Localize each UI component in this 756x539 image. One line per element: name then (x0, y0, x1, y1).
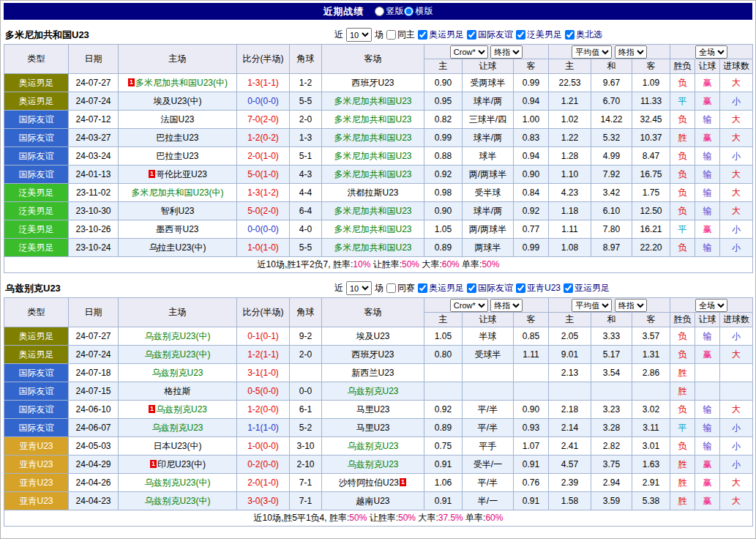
score-cell[interactable]: 5-0(2-0) (237, 202, 290, 220)
score-cell[interactable]: 0-0(0-0) (237, 220, 290, 239)
league-filter-input[interactable] (418, 30, 427, 40)
score-cell[interactable]: 3-1(1-0) (237, 364, 290, 382)
same-filter-input[interactable] (386, 30, 396, 40)
odds-time-select[interactable]: 终指 (490, 299, 523, 312)
team-link[interactable]: 乌兹别克U23(中) (144, 477, 210, 488)
score-cell[interactable]: 1-0(1-0) (237, 239, 290, 257)
team-link[interactable]: 乌兹别克U23(中) (144, 331, 210, 341)
team-link[interactable]: 多米尼加共和国U23 (334, 114, 411, 124)
score-cell[interactable]: 1-2(0-2) (237, 129, 290, 147)
score-cell[interactable]: 1-1(1-0) (237, 419, 290, 437)
score-cell[interactable]: 1-3(1-1) (237, 74, 290, 92)
scope-select[interactable]: 全场 (695, 45, 727, 59)
league-filter-checkbox[interactable]: 国际友谊 (467, 282, 513, 294)
team-link[interactable]: 多米尼加共和国U23(中) (135, 78, 228, 88)
team-link[interactable]: 墨西哥U23 (156, 224, 198, 234)
odds-home-cell: 0.91 (424, 492, 463, 510)
team-link[interactable]: 埃及U23(中) (153, 96, 201, 106)
same-filter-checkbox[interactable]: 同主 (386, 29, 415, 41)
team-link[interactable]: 巴拉圭U23 (156, 151, 198, 161)
team-link[interactable]: 洪都拉斯U23 (347, 187, 398, 198)
team-link[interactable]: 法国U23 (160, 114, 194, 124)
team-link[interactable]: 智利U23 (160, 206, 194, 216)
team-link[interactable]: 越南U23 (356, 496, 389, 506)
league-filter-checkbox[interactable]: 亚青U23 (516, 282, 561, 294)
same-filter-checkbox[interactable]: 同赛 (386, 282, 415, 294)
league-filter-checkbox[interactable]: 奥运男足 (418, 29, 464, 41)
layout-radio-input[interactable] (375, 7, 384, 16)
score-cell[interactable]: 0-5(0-0) (237, 382, 290, 401)
score-cell[interactable]: 1-0(0-0) (237, 437, 290, 456)
team-link[interactable]: 乌兹别克U23 (347, 441, 398, 451)
team-link[interactable]: 多米尼加共和国U23 (334, 151, 411, 161)
team-link[interactable]: 哥伦比亚U23 (156, 169, 207, 179)
avg-source-select[interactable]: 平均值 (572, 45, 612, 59)
score-cell[interactable]: 2-0(1-0) (237, 147, 290, 166)
league-filter-input[interactable] (516, 283, 525, 293)
avg-source-select[interactable]: 平均值 (572, 299, 612, 312)
score-cell[interactable]: 0-2(0-0) (237, 456, 290, 474)
team-link[interactable]: 巴拉圭U23 (156, 133, 198, 143)
team-link[interactable]: 新西兰U23 (351, 368, 394, 378)
league-filter-checkbox[interactable]: 奥运男足 (418, 282, 464, 294)
team-link[interactable]: 乌拉圭U23(中) (149, 242, 206, 253)
score-cell[interactable]: 3-0(3-0) (237, 492, 290, 510)
league-filter-checkbox[interactable]: 奥北选 (565, 29, 602, 41)
same-filter-input[interactable] (386, 283, 396, 293)
league-filter-input[interactable] (516, 30, 525, 40)
team-link[interactable]: 乌兹别克U23(中) (144, 496, 210, 506)
team-link[interactable]: 多米尼加共和国U23 (334, 242, 411, 253)
odds-company-select[interactable]: Crow* (450, 45, 488, 59)
league-filter-checkbox[interactable]: 泛美男足 (516, 29, 562, 41)
layout-radio-1[interactable]: 横版 (404, 5, 433, 18)
league-filter-input[interactable] (565, 30, 575, 40)
score-cell[interactable]: 1-3(1-2) (237, 184, 290, 202)
league-filter-input[interactable] (467, 30, 476, 40)
scope-select[interactable]: 全场 (695, 299, 727, 312)
team-link[interactable]: 乌兹别克U23 (151, 368, 203, 378)
team-link[interactable]: 乌兹别克U23(中) (144, 349, 210, 360)
match-type-cell: 奥运男足 (4, 92, 69, 111)
team-link[interactable]: 西班牙U23 (351, 349, 394, 360)
league-filter-checkbox[interactable]: 亚运男足 (564, 282, 610, 294)
layout-radio-0[interactable]: 竖版 (375, 5, 404, 18)
score-cell[interactable]: 1-2(0-0) (237, 401, 290, 419)
team-link[interactable]: 日本U23(中) (153, 441, 201, 451)
team-link[interactable]: 多米尼加共和国U23 (334, 133, 411, 143)
team-link[interactable]: 多米尼加共和国U23 (334, 169, 411, 179)
team-link[interactable]: 沙特阿拉伯U23 (339, 477, 399, 488)
team-link[interactable]: 多米尼加共和国U23 (334, 206, 411, 216)
match-row: 亚青U23 24-05-03 日本U23(中) 1-0(0-0) 3-10 乌兹… (4, 437, 753, 456)
score-cell[interactable]: 0-0(0-0) (237, 92, 290, 111)
team-link[interactable]: 格拉斯 (165, 386, 191, 396)
match-count-select[interactable]: 10 (346, 28, 372, 42)
team-link[interactable]: 多米尼加共和国U23(中) (131, 187, 223, 198)
match-count-select[interactable]: 10 (346, 281, 372, 295)
score-cell[interactable]: 7-0(2-0) (237, 111, 290, 129)
odds-time-select[interactable]: 终指 (490, 45, 523, 59)
league-filter-checkbox[interactable]: 国际友谊 (467, 29, 513, 41)
team-link[interactable]: 埃及U23 (356, 331, 389, 341)
score-cell[interactable]: 2-0(1-0) (237, 474, 290, 492)
avg-time-select[interactable]: 终指 (615, 299, 647, 312)
team-link[interactable]: 乌兹别克U23 (347, 459, 398, 469)
league-filter-input[interactable] (467, 283, 476, 293)
team-link[interactable]: 乌兹别克U23 (347, 386, 398, 396)
rate-label: 大率: (416, 513, 438, 523)
avg-time-select[interactable]: 终指 (615, 45, 647, 59)
score-cell[interactable]: 1-2(1-1) (237, 346, 290, 364)
team-link[interactable]: 马里U23 (356, 404, 389, 415)
team-link[interactable]: 多米尼加共和国U23 (334, 224, 411, 234)
team-link[interactable]: 多米尼加共和国U23 (334, 96, 411, 106)
layout-radio-input[interactable] (404, 7, 413, 16)
score-cell[interactable]: 5-0(1-0) (237, 166, 290, 184)
score-cell[interactable]: 0-1(0-1) (237, 327, 290, 346)
league-filter-input[interactable] (564, 283, 573, 293)
team-link[interactable]: 马里U23 (356, 423, 389, 433)
team-link[interactable]: 印尼U23(中) (157, 459, 206, 469)
odds-company-select[interactable]: Crow* (450, 299, 488, 312)
team-link[interactable]: 乌兹别克U23 (151, 423, 203, 433)
team-link[interactable]: 西班牙U23 (351, 78, 394, 88)
team-link[interactable]: 乌兹别克U23 (156, 404, 207, 415)
league-filter-input[interactable] (418, 283, 427, 293)
